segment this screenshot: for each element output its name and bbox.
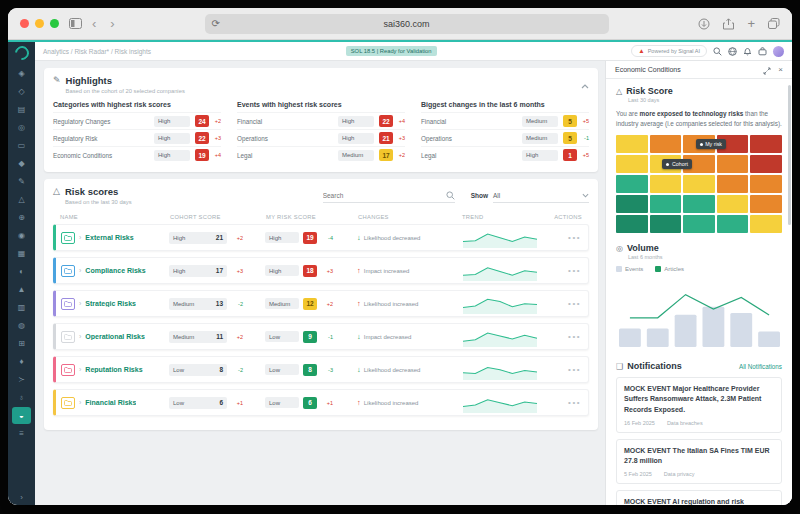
risk-table-row[interactable]: ›Compliance RisksHigh17+3High18+3↑Impact…	[53, 257, 589, 284]
nav-layers-icon[interactable]: ▥	[12, 299, 31, 316]
nav-alert-icon[interactable]: ▲	[12, 281, 31, 298]
new-tab-icon[interactable]: +	[747, 17, 755, 30]
maximize-window-button[interactable]	[50, 19, 59, 28]
row-actions-menu[interactable]: •••	[547, 299, 581, 308]
address-bar[interactable]: ⟳ sai360.com	[205, 14, 609, 34]
risk-table-row[interactable]: ›Strategic RisksMedium13-2Medium12+2↑Lik…	[53, 290, 589, 317]
legend-events[interactable]: Events	[616, 266, 643, 272]
close-icon[interactable]: ×	[778, 65, 783, 74]
nav-compass-icon[interactable]: ◈	[12, 65, 31, 82]
heatmap-cell[interactable]	[650, 195, 682, 213]
nav-menu-icon[interactable]: ≡	[12, 425, 31, 442]
nav-table-icon[interactable]: ⊞	[12, 335, 31, 352]
all-notifications-link[interactable]: All Notifications	[739, 363, 782, 370]
minimize-window-button[interactable]	[35, 19, 44, 28]
nav-modules-icon[interactable]: ▤	[12, 101, 31, 118]
row-actions-menu[interactable]: •••	[547, 365, 581, 374]
share-icon[interactable]	[723, 18, 734, 30]
nav-settings-icon[interactable]: ◒	[12, 407, 31, 424]
downloads-icon[interactable]	[698, 18, 710, 30]
risk-name[interactable]: Operational Risks	[85, 333, 145, 340]
heatmap-cell[interactable]	[683, 195, 715, 213]
notification-card[interactable]: MOCK EVENT The Italian SA Fines TIM EUR …	[616, 439, 782, 484]
risk-table-row[interactable]: ›Financial RisksLow6+1Low6+1↑Likelihood …	[53, 389, 589, 416]
nav-shield-icon[interactable]: ◐	[12, 263, 31, 280]
back-button[interactable]: ‹	[92, 16, 96, 31]
expand-row-chevron-icon[interactable]: ›	[79, 399, 81, 406]
expand-row-chevron-icon[interactable]: ›	[79, 300, 81, 307]
sidebar-toggle-icon[interactable]	[69, 18, 82, 29]
nav-network-icon[interactable]: ♁	[12, 389, 31, 406]
heatmap-cell[interactable]	[616, 155, 648, 173]
briefcase-icon[interactable]	[758, 47, 767, 56]
heatmap-cell[interactable]	[717, 175, 749, 193]
panel-scrollbar[interactable]	[788, 85, 791, 225]
heatmap-cell[interactable]	[616, 175, 648, 193]
risk-name[interactable]: Compliance Risks	[85, 267, 145, 274]
user-avatar[interactable]	[773, 46, 784, 57]
search-input[interactable]	[323, 192, 446, 199]
notification-card[interactable]: MOCK EVENT AI regulation and risk manage…	[616, 490, 782, 505]
search-magnifier-icon[interactable]	[446, 186, 455, 204]
risk-name[interactable]: External Risks	[85, 234, 133, 241]
nav-edit-icon[interactable]: ✎	[12, 173, 31, 190]
heatmap-cell[interactable]	[650, 215, 682, 233]
risk-heatmap[interactable]: My riskCohort	[616, 135, 782, 233]
search-icon[interactable]	[713, 47, 722, 56]
heatmap-cell[interactable]	[616, 215, 648, 233]
collapse-chevron-icon[interactable]	[581, 75, 589, 93]
heatmap-cell[interactable]	[683, 215, 715, 233]
nav-globe-icon[interactable]: ⊕	[12, 209, 31, 226]
expand-row-chevron-icon[interactable]: ›	[79, 234, 81, 241]
heatmap-cell[interactable]	[683, 175, 715, 193]
risk-table-row[interactable]: ›Operational RisksMedium11+2Low9-1↓Impac…	[53, 323, 589, 350]
globe-icon[interactable]	[728, 47, 737, 56]
nav-gem-icon[interactable]: ♦	[12, 353, 31, 370]
show-filter-dropdown[interactable]: All	[493, 188, 589, 203]
row-actions-menu[interactable]: •••	[547, 332, 581, 341]
expand-row-chevron-icon[interactable]: ›	[79, 267, 81, 274]
forward-button[interactable]: ›	[110, 16, 114, 31]
heatmap-cell[interactable]	[616, 195, 648, 213]
heatmap-cell[interactable]	[616, 135, 648, 153]
notification-card[interactable]: MOCK EVENT Major Healthcare Provider Suf…	[616, 377, 782, 432]
heatmap-cell[interactable]	[750, 195, 782, 213]
expand-row-chevron-icon[interactable]: ›	[79, 333, 81, 340]
nav-tag-icon[interactable]: ◇	[12, 83, 31, 100]
risk-table-row[interactable]: ›External RisksHigh21+2High19-4↓Likeliho…	[53, 224, 589, 251]
breadcrumb[interactable]: Analytics / Risk Radar* / Risk insights	[43, 48, 151, 55]
nav-diamond-icon[interactable]: ◆	[12, 155, 31, 172]
row-actions-menu[interactable]: •••	[547, 233, 581, 242]
risk-table-row[interactable]: ›Reputation RisksLow8-2Low8-3↓Likelihood…	[53, 356, 589, 383]
risk-name[interactable]: Strategic Risks	[85, 300, 136, 307]
nav-card-icon[interactable]: ▭	[12, 137, 31, 154]
tab-overview-icon[interactable]	[768, 18, 780, 29]
powered-by-pill[interactable]: ▲ Powered by Signal AI	[631, 45, 707, 57]
nav-target-icon[interactable]: ◎	[12, 119, 31, 136]
nav-record-icon[interactable]: ◉	[12, 227, 31, 244]
sidebar-expand-chevron-icon[interactable]: ›	[20, 493, 23, 502]
expand-icon[interactable]	[763, 61, 771, 79]
notifications-bell-icon[interactable]	[743, 47, 752, 56]
nav-risk-icon[interactable]: △	[12, 191, 31, 208]
heatmap-cell[interactable]	[717, 215, 749, 233]
risk-name[interactable]: Reputation Risks	[85, 366, 142, 373]
row-actions-menu[interactable]: •••	[547, 398, 581, 407]
heatmap-cell[interactable]	[750, 135, 782, 153]
nav-disc-icon[interactable]: ◍	[12, 317, 31, 334]
heatmap-cell[interactable]	[750, 215, 782, 233]
heatmap-cell[interactable]	[650, 135, 682, 153]
legend-articles[interactable]: Articles	[655, 266, 684, 272]
heatmap-cell[interactable]	[750, 155, 782, 173]
expand-row-chevron-icon[interactable]: ›	[79, 366, 81, 373]
risk-name[interactable]: Financial Risks	[85, 399, 136, 406]
heatmap-cell[interactable]	[717, 155, 749, 173]
row-actions-menu[interactable]: •••	[547, 266, 581, 275]
nav-grid-icon[interactable]: ▦	[12, 245, 31, 262]
reload-icon[interactable]: ⟳	[212, 18, 220, 29]
heatmap-cell[interactable]	[650, 175, 682, 193]
heatmap-cell[interactable]	[717, 195, 749, 213]
nav-flow-icon[interactable]: ≻	[12, 371, 31, 388]
heatmap-cell[interactable]	[750, 175, 782, 193]
close-window-button[interactable]	[20, 19, 29, 28]
